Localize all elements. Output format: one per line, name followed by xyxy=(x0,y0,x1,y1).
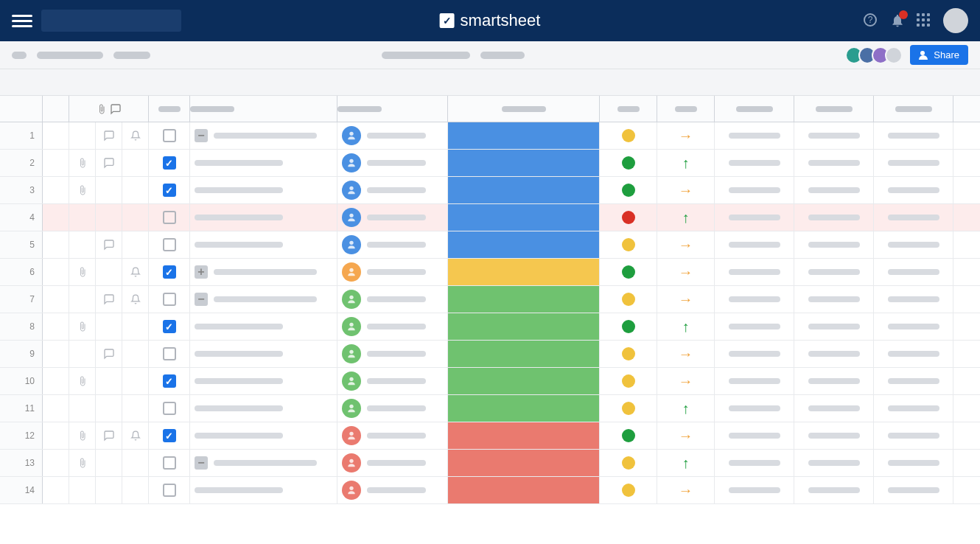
primary-cell[interactable] xyxy=(43,422,69,449)
health-cell[interactable] xyxy=(600,313,657,340)
attachment-cell[interactable] xyxy=(69,422,96,449)
share-button[interactable]: Share xyxy=(910,45,968,65)
health-cell[interactable] xyxy=(600,422,657,449)
table-row[interactable]: 4 ↑ xyxy=(0,204,980,231)
reminder-cell[interactable] xyxy=(122,368,149,394)
trend-cell[interactable]: → xyxy=(657,259,715,285)
attachment-cell[interactable] xyxy=(69,477,96,503)
data-cell[interactable] xyxy=(715,122,794,149)
assignee-cell[interactable] xyxy=(337,395,448,422)
data-cell[interactable] xyxy=(794,122,874,149)
checkbox-cell[interactable] xyxy=(149,341,190,367)
hierarchy-toggle-icon[interactable] xyxy=(195,129,208,142)
row-number[interactable]: 1 xyxy=(0,122,43,149)
primary-cell[interactable] xyxy=(43,477,69,503)
comment-cell[interactable] xyxy=(96,450,122,476)
data-cell[interactable] xyxy=(794,204,874,231)
checkbox-cell[interactable] xyxy=(149,231,190,258)
data-cell[interactable] xyxy=(715,286,794,313)
task-cell[interactable] xyxy=(190,422,337,449)
reminder-cell[interactable] xyxy=(122,259,149,285)
data-cell[interactable] xyxy=(874,122,953,149)
checkbox[interactable] xyxy=(163,156,176,170)
trend-cell[interactable]: ↑ xyxy=(657,313,715,340)
primary-cell[interactable] xyxy=(43,395,69,422)
data-cell[interactable] xyxy=(794,286,874,313)
row-number[interactable]: 6 xyxy=(0,259,43,285)
data-cell[interactable] xyxy=(874,204,953,231)
data-cell[interactable] xyxy=(715,231,794,258)
checkbox-cell[interactable] xyxy=(149,150,190,176)
table-row[interactable]: 7 → xyxy=(0,286,980,313)
data-cell[interactable] xyxy=(715,422,794,449)
reminder-cell[interactable] xyxy=(122,204,149,231)
assignee-cell[interactable] xyxy=(337,286,448,313)
reminder-cell[interactable] xyxy=(122,422,149,449)
data-cell[interactable] xyxy=(794,450,874,476)
attachment-cell[interactable] xyxy=(69,231,96,258)
row-number[interactable]: 11 xyxy=(0,395,43,422)
trend-header[interactable] xyxy=(657,96,715,122)
menu-button[interactable] xyxy=(12,10,32,31)
status-cell[interactable] xyxy=(448,368,600,394)
data-cell[interactable] xyxy=(794,313,874,340)
checkbox[interactable] xyxy=(163,374,176,388)
task-cell[interactable] xyxy=(190,313,337,340)
status-cell[interactable] xyxy=(448,477,600,503)
assignee-cell[interactable] xyxy=(337,150,448,176)
trend-cell[interactable]: ↑ xyxy=(657,395,715,422)
status-cell[interactable] xyxy=(448,286,600,313)
data-cell[interactable] xyxy=(715,204,794,231)
primary-cell[interactable] xyxy=(43,286,69,313)
data-cell[interactable] xyxy=(715,177,794,203)
assignee-cell[interactable] xyxy=(337,231,448,258)
primary-cell[interactable] xyxy=(43,341,69,367)
assignee-cell[interactable] xyxy=(337,450,448,476)
attachment-cell[interactable] xyxy=(69,204,96,231)
comment-cell[interactable] xyxy=(96,341,122,367)
table-row[interactable]: 14 → xyxy=(0,477,980,504)
reminder-cell[interactable] xyxy=(122,150,149,176)
checkbox[interactable] xyxy=(163,484,176,497)
view-tabs[interactable] xyxy=(382,52,470,59)
help-icon[interactable]: ? xyxy=(864,13,878,28)
trend-cell[interactable]: ↑ xyxy=(657,150,715,176)
health-cell[interactable] xyxy=(600,204,657,231)
checkbox[interactable] xyxy=(163,293,176,306)
primary-cell[interactable] xyxy=(43,231,69,258)
attachment-cell[interactable] xyxy=(69,368,96,394)
task-cell[interactable] xyxy=(190,341,337,367)
data-cell[interactable] xyxy=(794,422,874,449)
status-cell[interactable] xyxy=(448,341,600,367)
data-cell[interactable] xyxy=(874,422,953,449)
attachment-cell[interactable] xyxy=(69,286,96,313)
table-row[interactable]: 13 ↑ xyxy=(0,450,980,477)
health-cell[interactable] xyxy=(600,150,657,176)
hierarchy-toggle-icon[interactable] xyxy=(195,265,208,279)
data-cell[interactable] xyxy=(794,341,874,367)
health-cell[interactable] xyxy=(600,450,657,476)
primary-cell[interactable] xyxy=(43,122,69,149)
status-cell[interactable] xyxy=(448,122,600,149)
row-number[interactable]: 7 xyxy=(0,286,43,313)
trend-cell[interactable]: → xyxy=(657,341,715,367)
assignee-cell[interactable] xyxy=(337,313,448,340)
task-cell[interactable] xyxy=(190,395,337,422)
row-number[interactable]: 8 xyxy=(0,313,43,340)
status-cell[interactable] xyxy=(448,259,600,285)
table-row[interactable]: 5 → xyxy=(0,231,980,259)
reminder-cell[interactable] xyxy=(122,341,149,367)
task-cell[interactable] xyxy=(190,150,337,176)
data-cell[interactable] xyxy=(715,368,794,394)
reminder-cell[interactable] xyxy=(122,286,149,313)
comment-cell[interactable] xyxy=(96,368,122,394)
reminder-cell[interactable] xyxy=(122,395,149,422)
comment-cell[interactable] xyxy=(96,204,122,231)
health-cell[interactable] xyxy=(600,122,657,149)
checkbox-cell[interactable] xyxy=(149,477,190,503)
trend-cell[interactable]: → xyxy=(657,422,715,449)
col-c-header[interactable] xyxy=(874,96,953,122)
primary-header[interactable] xyxy=(43,96,69,122)
trend-cell[interactable]: ↑ xyxy=(657,450,715,476)
status-cell[interactable] xyxy=(448,450,600,476)
